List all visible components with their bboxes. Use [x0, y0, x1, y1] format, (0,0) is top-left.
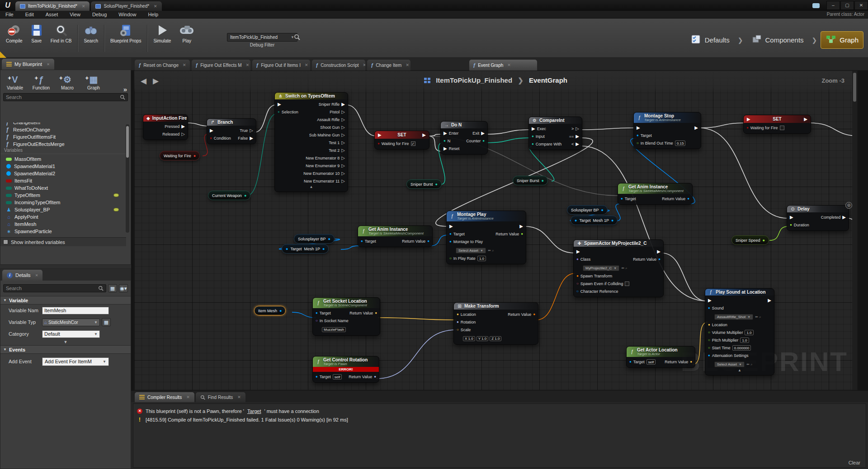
sniper-burst-pill-2[interactable]: Sniper Burst●	[513, 176, 548, 185]
data-pin[interactable]: ○	[449, 257, 452, 260]
solusplayer-bp-pill-left[interactable]: Solusplayer BP●	[294, 234, 335, 244]
graph-tab[interactable]: ƒFigure Out Effects M✕	[192, 60, 250, 70]
exec-pin[interactable]: ▶	[747, 117, 750, 122]
data-pin[interactable]: ●	[621, 197, 623, 201]
data-pin[interactable]: ○	[576, 290, 579, 293]
exec-pin[interactable]: ▷	[250, 128, 253, 133]
exec-pin[interactable]: ▶	[532, 127, 535, 131]
data-pin[interactable]: ○	[316, 319, 318, 323]
data-pin[interactable]: ●	[790, 223, 792, 227]
exec-pin[interactable]: ▷	[576, 127, 579, 131]
exec-pin[interactable]: ▶	[768, 298, 771, 303]
exec-pin[interactable]: ▶	[443, 146, 447, 151]
exec-pin[interactable]: ▷	[341, 148, 345, 153]
current-weapon-pill[interactable]: Current Weapon●	[208, 191, 250, 200]
menu-debug[interactable]: Debug	[92, 12, 107, 17]
graph-tab[interactable]: ƒChange Item✕	[367, 60, 410, 70]
exec-pin[interactable]: ▶	[443, 131, 447, 136]
data-pin[interactable]: ●	[708, 323, 710, 327]
minimize-button[interactable]: –	[826, 1, 840, 10]
exec-pin[interactable]: ▶	[657, 249, 660, 254]
exec-pin[interactable]: ▶	[278, 102, 281, 107]
close-icon[interactable]: ✕	[47, 62, 50, 66]
data-pin[interactable]: ●	[279, 309, 282, 313]
value-input[interactable]: X 1.0	[463, 336, 475, 341]
clear-button[interactable]: Clear	[849, 460, 860, 465]
data-pin[interactable]: ●	[708, 306, 710, 310]
tab-compiler-results[interactable]: Compiler Results✕	[135, 392, 194, 402]
graph-tab[interactable]: ƒConstruction Script✕	[312, 60, 365, 70]
variable-item[interactable]: ♟Solusplayer_BP	[0, 206, 126, 213]
data-pin[interactable]: ●	[449, 232, 452, 236]
menu-window[interactable]: Window	[118, 12, 136, 17]
eye-icon[interactable]	[113, 193, 119, 197]
search-button[interactable]: Search	[80, 21, 102, 54]
node-delay[interactable]: ⊙Delay⊙▶Completed▶●Duration	[787, 205, 849, 231]
exec-pin[interactable]: ▷	[341, 133, 345, 137]
variable-item[interactable]: WhatToDoNext	[0, 184, 126, 192]
node-get-anim-instance-right[interactable]: ƒGet Anim InstanceTarget is SkeletalMesh…	[618, 183, 693, 205]
variable-item[interactable]: ⌂ApplyPoint	[0, 213, 126, 220]
menu-file[interactable]: File	[5, 12, 14, 17]
data-pin[interactable]: ●	[576, 258, 579, 261]
play-button[interactable]: Play	[175, 21, 198, 54]
variable-item[interactable]: TypeOfItem	[0, 192, 126, 199]
data-pin[interactable]: ●	[746, 126, 749, 130]
node-montage-stop[interactable]: ƒMontage StopTarget is AnimInstance▶▶●Ta…	[633, 112, 701, 149]
tab-find-results[interactable]: Find Results✕	[196, 392, 245, 402]
data-pin[interactable]: ●	[708, 354, 710, 357]
exec-pin[interactable]: ▶	[250, 136, 253, 141]
chat-icon[interactable]	[812, 3, 820, 8]
value-input[interactable]: 1.0	[477, 256, 486, 261]
menu-edit[interactable]: Edit	[25, 12, 34, 17]
save-button[interactable]: Save	[27, 21, 47, 54]
debug-filter-dropdown[interactable]: ItemToPickUp_Finished ▼	[227, 33, 297, 42]
asset-dropdown[interactable]: MyProjectile2_C▼	[583, 265, 619, 271]
expand-actions-button[interactable]: »	[123, 85, 127, 93]
close-icon[interactable]: ✕	[363, 63, 365, 67]
data-pin[interactable]: ○	[576, 282, 579, 286]
search-icon[interactable]	[294, 34, 300, 40]
variable-item[interactable]: ⌂ItemMesh	[0, 220, 126, 228]
add-event-button[interactable]: Add Event For ItemM ▼	[42, 357, 109, 366]
checkbox[interactable]	[780, 126, 784, 130]
data-pin[interactable]: ○	[637, 141, 639, 145]
variable-item[interactable]: IncomingTypeOfItem	[0, 199, 126, 206]
exec-pin[interactable]: ▶	[576, 142, 579, 146]
node-play-sound-at-location[interactable]: ƒPlay Sound at Location▶▶●SoundAssaultRi…	[705, 288, 774, 375]
data-pin[interactable]: ●	[658, 258, 660, 261]
data-pin[interactable]: ●	[443, 139, 446, 143]
solusplayer-bp-pill-right[interactable]: Solusplayer BP●	[567, 205, 608, 215]
breadcrumb-root[interactable]: ItemToPickUp_Finished	[436, 76, 512, 84]
exec-pin[interactable]: ▶	[519, 224, 523, 229]
value-input[interactable]: 0.000000	[732, 345, 751, 351]
data-pin[interactable]: ●	[457, 313, 459, 316]
compile-button[interactable]: Compile	[2, 21, 27, 54]
simulate-button[interactable]: Simulate	[149, 21, 175, 54]
exec-pin[interactable]: ▷	[341, 117, 345, 122]
asset-dropdown[interactable]: Select Asset▼	[714, 361, 745, 367]
value-input[interactable]: 0.15	[675, 141, 686, 146]
data-pin[interactable]: ●	[611, 218, 613, 223]
close-icon[interactable]: ✕	[507, 63, 511, 67]
show-inherited-checkbox[interactable]	[3, 239, 8, 244]
details-expander[interactable]: ▼	[0, 340, 131, 345]
tab-my-blueprint[interactable]: My Blueprint ✕	[2, 59, 54, 70]
waiting-for-fire-pill[interactable]: Waiting for Fire●	[160, 151, 200, 160]
variable-item[interactable]: MassOfItem	[0, 155, 126, 163]
exec-pin[interactable]: ▶	[790, 215, 793, 220]
data-pin[interactable]: ●	[286, 247, 288, 251]
graph-canvas[interactable]: ◆InputAction FirePressed▶Released▷↱Branc…	[134, 70, 858, 390]
data-pin[interactable]: ○	[708, 338, 710, 342]
breadcrumb-current[interactable]: EventGraph	[529, 76, 567, 84]
checkbox[interactable]: ✓	[411, 141, 415, 146]
function-item[interactable]: ƒResetOnChange	[0, 126, 126, 133]
node-montage-play[interactable]: ƒMontage PlayTarget is AnimInstance▶▶●Ta…	[446, 211, 526, 264]
asset-dropdown[interactable]: AssaultRifle_Shot▼	[714, 314, 753, 320]
mesh-1p-pill-right[interactable]: ●TargetMesh 1P●	[571, 216, 618, 225]
variable-name-field[interactable]	[42, 307, 109, 314]
data-pin[interactable]: ●	[375, 311, 377, 315]
section-variable[interactable]: ▼Variable	[0, 296, 131, 305]
add-function-button[interactable]: ƒ+Function	[29, 74, 53, 90]
exec-pin[interactable]: ▷	[341, 156, 345, 160]
